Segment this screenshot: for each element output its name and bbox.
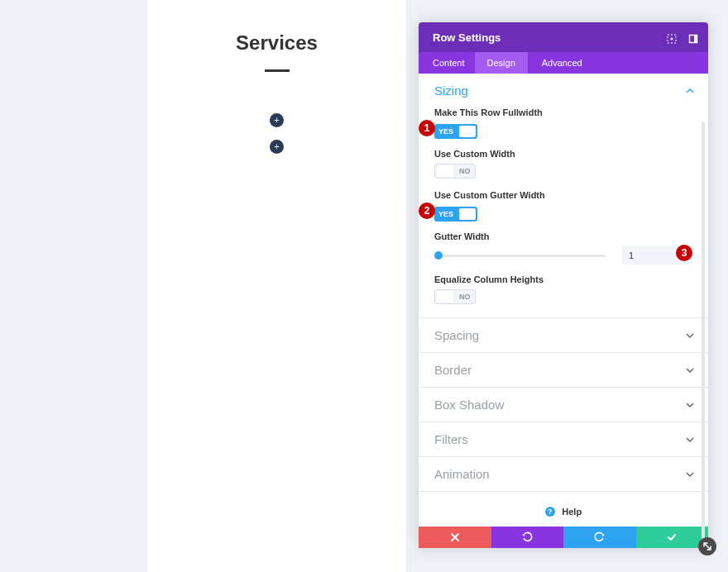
section-title: Box Shadow (434, 398, 504, 412)
section-header-spacing[interactable]: Spacing (419, 318, 708, 352)
chevron-down-icon (686, 366, 694, 374)
panel-header: Row Settings (419, 22, 708, 52)
toggle-label: YES (434, 210, 457, 218)
field-label: Make This Row Fullwidth (434, 107, 692, 117)
toggle-handle (459, 208, 476, 220)
toggle-label: YES (434, 127, 457, 136)
panel-title: Row Settings (433, 31, 667, 44)
toggle-equalize[interactable]: NO (434, 289, 476, 304)
section-filters: Filters (419, 422, 708, 457)
toggle-handle (437, 291, 453, 303)
header-icons (667, 32, 698, 42)
section-border: Border (419, 353, 708, 388)
redo-button[interactable] (563, 527, 636, 548)
help-icon: ? (545, 507, 555, 517)
field-fullwidth: Make This Row Fullwidth YES (434, 107, 692, 139)
section-spacing: Spacing (419, 318, 708, 353)
section-sizing: Sizing Make This Row Fullwidth YES Use C… (419, 74, 708, 318)
help-label: Help (562, 507, 582, 517)
scrollbar[interactable] (702, 122, 705, 548)
resize-handle[interactable] (698, 537, 716, 555)
add-module-button[interactable]: + (270, 140, 284, 154)
panel-footer (419, 527, 708, 548)
field-gutter-width: Gutter Width (434, 231, 692, 265)
section-title: Animation (434, 467, 490, 481)
svg-rect-3 (694, 36, 697, 43)
section-header-border[interactable]: Border (419, 353, 708, 387)
section-title: Border (434, 363, 472, 377)
toggle-label: NO (455, 293, 475, 301)
page-title: Services (147, 31, 406, 55)
tab-content[interactable]: Content (419, 52, 475, 74)
field-label: Equalize Column Heights (434, 274, 692, 284)
section-animation: Animation (419, 457, 708, 492)
section-header-animation[interactable]: Animation (419, 457, 708, 491)
toggle-custom-width[interactable]: NO (434, 164, 476, 179)
chevron-up-icon (686, 87, 694, 95)
toggle-fullwidth[interactable]: YES (434, 124, 477, 139)
section-box-shadow: Box Shadow (419, 388, 708, 422)
toggle-label: NO (455, 167, 475, 175)
section-header-sizing[interactable]: Sizing (419, 74, 708, 107)
section-header-filters[interactable]: Filters (419, 422, 708, 456)
annotation-marker-2: 2 (419, 203, 435, 219)
gutter-width-slider[interactable] (434, 255, 606, 257)
expand-icon[interactable] (667, 32, 677, 42)
chevron-down-icon (686, 470, 694, 479)
toggle-custom-gutter[interactable]: YES (434, 207, 477, 222)
field-custom-width: Use Custom Width NO (434, 149, 692, 180)
chevron-down-icon (686, 401, 694, 409)
field-custom-gutter: Use Custom Gutter Width YES (434, 190, 692, 222)
tab-design[interactable]: Design (475, 52, 528, 74)
chevron-down-icon (686, 331, 694, 340)
svg-point-1 (671, 38, 673, 41)
save-button[interactable] (636, 527, 709, 548)
toggle-handle (437, 165, 453, 177)
chevron-down-icon (686, 436, 694, 444)
sizing-content: Make This Row Fullwidth YES Use Custom W… (419, 107, 708, 317)
title-underline (265, 69, 290, 72)
panel-body: Sizing Make This Row Fullwidth YES Use C… (419, 74, 708, 527)
settings-panel: Row Settings Content Design Advanced Siz… (419, 22, 708, 548)
snap-icon[interactable] (688, 32, 698, 42)
section-header-box-shadow[interactable]: Box Shadow (419, 388, 708, 422)
cancel-button[interactable] (419, 527, 491, 548)
help-row[interactable]: ? Help (419, 492, 708, 527)
annotation-marker-3: 3 (676, 245, 692, 261)
field-equalize: Equalize Column Heights NO (434, 274, 692, 306)
tabs: Content Design Advanced (419, 52, 708, 74)
field-label: Use Custom Gutter Width (434, 190, 692, 200)
field-label: Gutter Width (434, 231, 692, 241)
field-label: Use Custom Width (434, 149, 692, 159)
page-canvas: Services + + (147, 0, 406, 572)
slider-row (434, 246, 692, 265)
section-title: Spacing (434, 328, 479, 342)
toggle-handle (459, 126, 476, 137)
section-title: Sizing (434, 83, 468, 98)
slider-thumb[interactable] (434, 251, 443, 260)
annotation-marker-1: 1 (419, 120, 435, 136)
add-module-button[interactable]: + (270, 113, 284, 127)
section-title: Filters (434, 432, 468, 446)
undo-button[interactable] (491, 527, 564, 548)
tab-advanced[interactable]: Advanced (528, 52, 592, 74)
